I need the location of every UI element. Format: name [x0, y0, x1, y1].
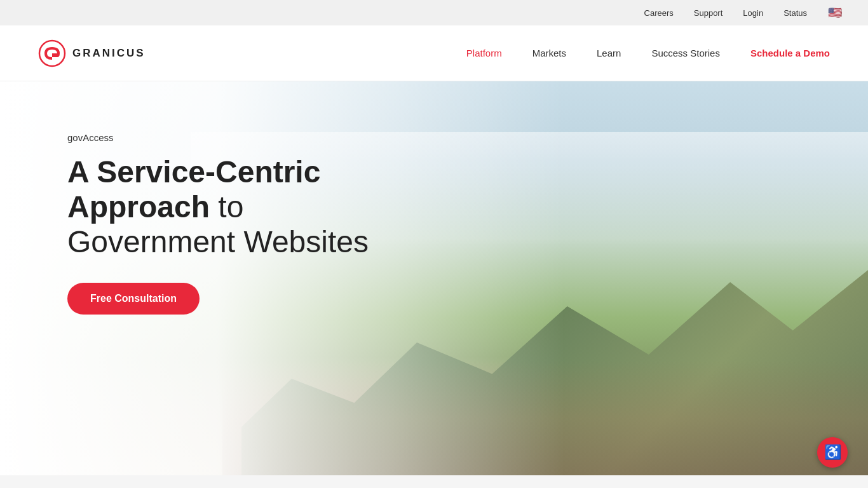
accessibility-button[interactable]: ♿	[817, 437, 848, 468]
hero-title: A Service-Centric Approach to Government…	[67, 154, 407, 260]
hero-title-bold: A Service-Centric Approach	[67, 155, 320, 224]
topbar-careers[interactable]: Careers	[644, 8, 674, 18]
hero-section: govAccess A Service-Centric Approach to …	[0, 81, 868, 475]
granicus-logo-icon	[38, 39, 66, 67]
nav-links: Platform Markets Learn Success Stories S…	[466, 48, 830, 58]
main-nav: GRANICUS Platform Markets Learn Success …	[0, 25, 868, 81]
top-bar: Careers Support Login Status 🇺🇸	[0, 0, 868, 25]
logo-text: GRANICUS	[72, 47, 146, 60]
free-consultation-button[interactable]: Free Consultation	[67, 283, 200, 315]
nav-schedule-demo[interactable]: Schedule a Demo	[750, 48, 830, 58]
topbar-login[interactable]: Login	[743, 8, 763, 18]
nav-markets[interactable]: Markets	[532, 48, 566, 58]
topbar-support[interactable]: Support	[694, 8, 723, 18]
bottom-bar: You can better help your constituents. S…	[0, 475, 868, 488]
logo-link[interactable]: GRANICUS	[38, 39, 146, 67]
nav-learn[interactable]: Learn	[597, 48, 621, 58]
accessibility-icon: ♿	[824, 444, 841, 461]
hero-content: govAccess A Service-Centric Approach to …	[0, 81, 407, 315]
language-flag-icon[interactable]: 🇺🇸	[827, 5, 843, 20]
nav-platform[interactable]: Platform	[466, 48, 502, 58]
nav-success-stories[interactable]: Success Stories	[651, 48, 720, 58]
hero-eyebrow: govAccess	[67, 132, 407, 143]
topbar-status[interactable]: Status	[783, 8, 807, 18]
